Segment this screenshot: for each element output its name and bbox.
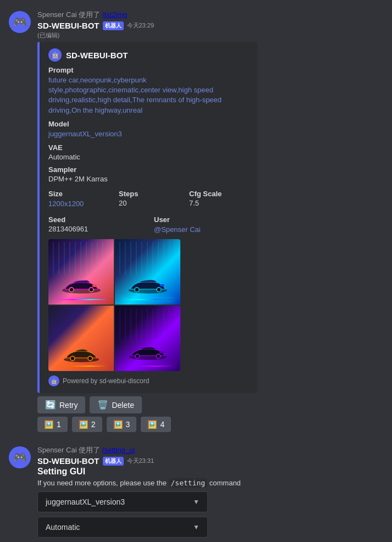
svg-point-9 bbox=[70, 356, 75, 361]
bot-tag-2: 机器人 bbox=[103, 457, 124, 466]
embed-author-name-1: SD-WEBUI-BOT bbox=[66, 51, 128, 60]
user-field: User @Spenser Cai bbox=[154, 211, 249, 235]
retry-label: Retry bbox=[59, 401, 78, 410]
svg-point-12 bbox=[135, 354, 140, 358]
bot-name-2: SD-WEBUI-BOT bbox=[37, 456, 100, 466]
seed-label: Seed bbox=[48, 215, 143, 224]
steps-value: 20 bbox=[119, 199, 178, 207]
cfg-label: Cfg Scale bbox=[189, 190, 249, 198]
avatar-2: 🎮 bbox=[9, 446, 31, 468]
image-3-button[interactable]: 🖼️ 3 bbox=[107, 417, 137, 432]
message-header-1: SD-WEBUI-BOT 机器人 今天23:29 bbox=[37, 21, 383, 30]
model-dropdown-value: juggernautXL_version3 bbox=[46, 497, 125, 506]
vae-value: Automatic bbox=[48, 153, 249, 161]
svg-point-2 bbox=[89, 287, 93, 292]
image-1-icon: 🖼️ bbox=[44, 420, 53, 429]
setting-section: Setting GUI If you need more options, pl… bbox=[37, 467, 383, 542]
svg-point-6 bbox=[157, 287, 161, 292]
image-4-label: 4 bbox=[160, 420, 164, 429]
edited-tag-1: (已编辑) bbox=[37, 31, 383, 40]
setting-gui-description: If you need more options, please use the… bbox=[37, 479, 383, 487]
user-label: User bbox=[154, 215, 249, 224]
svg-rect-14 bbox=[159, 351, 164, 353]
embed-footer: 🤖 Powered by sd-webui-discord bbox=[48, 375, 249, 386]
timestamp-1: 今天23:29 bbox=[127, 21, 154, 30]
image-3-label: 3 bbox=[126, 420, 130, 429]
setting-gui-title: Setting GUI bbox=[37, 467, 383, 477]
svg-rect-7 bbox=[160, 284, 164, 286]
image-4-icon: 🖼️ bbox=[147, 420, 157, 429]
timestamp-2: 今天23:31 bbox=[127, 457, 154, 465]
delete-icon: 🗑️ bbox=[97, 400, 108, 410]
command-used-label-2: 使用了 bbox=[79, 446, 102, 454]
desc-before: If you need more options, please use the bbox=[37, 479, 167, 487]
image-4-button[interactable]: 🖼️ 4 bbox=[141, 417, 171, 432]
message-header-2: SD-WEBUI-BOT 机器人 今天23:31 bbox=[37, 456, 383, 466]
embed-footer-text: Powered by sd-webui-discord bbox=[63, 377, 149, 385]
bot-tag-1: 机器人 bbox=[103, 21, 124, 30]
image-cell-1[interactable] bbox=[48, 239, 114, 305]
sampler-label: Sampler bbox=[48, 165, 249, 174]
svg-point-5 bbox=[135, 287, 139, 292]
image-grid bbox=[48, 239, 180, 371]
vae-dropdown-arrow: ▼ bbox=[193, 523, 200, 531]
setting-command-code: /setting bbox=[169, 478, 208, 488]
inline-fields: Size 1200x1200 Steps 20 Cfg Scale 7.5 bbox=[48, 185, 249, 209]
embed-card-1: 🤖 SD-WEBUI-BOT Prompt future car,neonpun… bbox=[37, 42, 257, 393]
button-row-1: 🔄 Retry 🗑️ Delete bbox=[37, 396, 383, 413]
vae-dropdown[interactable]: Automatic ▼ bbox=[37, 517, 208, 538]
model-dropdown[interactable]: juggernautXL_version3 ▼ bbox=[37, 491, 208, 512]
steps-field: Steps 20 bbox=[119, 185, 178, 209]
message-content-1: Spenser Cai 使用了 /txt2img SD-WEBUI-BOT 机器… bbox=[37, 10, 383, 432]
retry-button[interactable]: 🔄 Retry bbox=[37, 396, 85, 413]
desc-after: command bbox=[209, 479, 241, 487]
image-2-icon: 🖼️ bbox=[79, 420, 88, 429]
svg-point-13 bbox=[156, 354, 161, 358]
cfg-field: Cfg Scale 7.5 bbox=[189, 185, 249, 209]
image-3-icon: 🖼️ bbox=[113, 420, 123, 429]
svg-point-10 bbox=[88, 356, 92, 361]
message-group-1: 🎮 Spenser Cai 使用了 /txt2img SD-WEBUI-BOT … bbox=[0, 5, 392, 436]
vae-dropdown-value: Automatic bbox=[46, 523, 80, 532]
message-group-2: 🎮 Spenser Cai 使用了 /setting_ui SD-WEBUI-B… bbox=[0, 441, 392, 542]
command-user-2: Spenser Cai bbox=[37, 446, 77, 454]
prompt-value: future car,neonpunk,cyberpunk style,phot… bbox=[48, 75, 249, 115]
size-field: Size 1200x1200 bbox=[48, 185, 108, 209]
image-2-button[interactable]: 🖼️ 2 bbox=[72, 417, 102, 432]
model-value: juggernautXL_version3 bbox=[48, 129, 249, 139]
image-cell-4[interactable] bbox=[115, 306, 180, 371]
model-label: Model bbox=[48, 120, 249, 128]
size-label: Size bbox=[48, 190, 108, 198]
seed-user-fields: Seed 2813406961 User @Spenser Cai bbox=[48, 211, 249, 235]
seed-field: Seed 2813406961 bbox=[48, 211, 143, 235]
vae-label: VAE bbox=[48, 143, 249, 152]
svg-rect-3 bbox=[92, 285, 97, 287]
embed-author-icon-1: 🤖 bbox=[48, 48, 62, 62]
button-row-2: 🖼️ 1 🖼️ 2 🖼️ 3 🖼️ 4 bbox=[37, 417, 383, 432]
seed-value: 2813406961 bbox=[48, 225, 143, 233]
command-row-2: Spenser Cai 使用了 /setting_ui bbox=[37, 445, 383, 455]
image-2-label: 2 bbox=[91, 420, 96, 429]
delete-label: Delete bbox=[112, 401, 134, 410]
user-value: @Spenser Cai bbox=[154, 225, 249, 235]
image-1-button[interactable]: 🖼️ 1 bbox=[37, 417, 68, 432]
sampler-value: DPM++ 2M Karras bbox=[48, 175, 249, 183]
size-value: 1200x1200 bbox=[48, 199, 108, 209]
svg-point-1 bbox=[69, 287, 74, 292]
image-cell-3[interactable] bbox=[48, 306, 114, 371]
command-link-2[interactable]: /setting_ui bbox=[102, 446, 135, 454]
command-link-1[interactable]: /txt2img bbox=[102, 10, 128, 19]
steps-label: Steps bbox=[119, 190, 178, 198]
embed-footer-icon: 🤖 bbox=[48, 375, 59, 386]
delete-button[interactable]: 🗑️ Delete bbox=[90, 396, 141, 413]
message-content-2: Spenser Cai 使用了 /setting_ui SD-WEBUI-BOT… bbox=[37, 445, 383, 542]
command-user-1: Spenser Cai bbox=[37, 10, 77, 19]
prompt-label: Prompt bbox=[48, 66, 249, 74]
command-row-1: Spenser Cai 使用了 /txt2img bbox=[37, 10, 383, 20]
bot-name-1: SD-WEBUI-BOT bbox=[37, 21, 100, 30]
cfg-value: 7.5 bbox=[189, 199, 249, 207]
command-used-label-1: 使用了 bbox=[79, 10, 102, 19]
embed-author-1: 🤖 SD-WEBUI-BOT bbox=[48, 48, 249, 62]
image-cell-2[interactable] bbox=[115, 239, 180, 305]
avatar: 🎮 bbox=[9, 11, 31, 33]
